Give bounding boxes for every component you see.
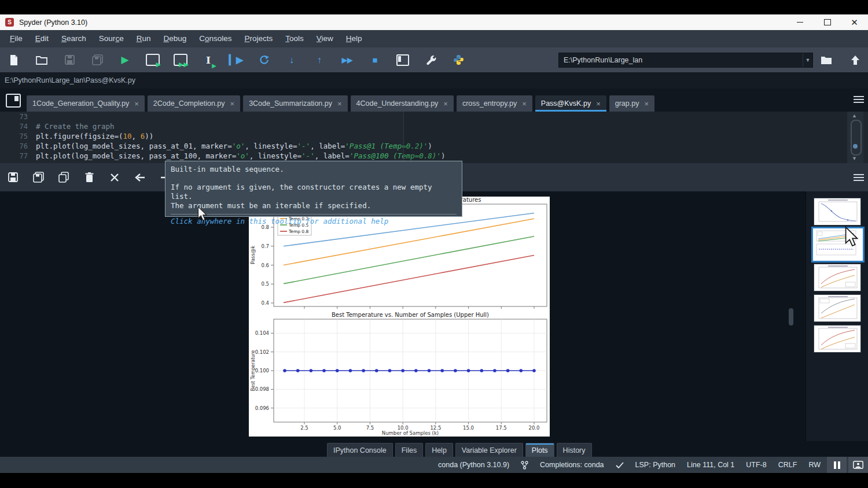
tab-close-icon[interactable]: × <box>134 99 139 108</box>
spyder-logo-icon: S <box>5 18 14 27</box>
editor-tab-2Code_Completion.py[interactable]: 2Code_Completion.py× <box>148 95 240 112</box>
tab-close-icon[interactable]: × <box>522 99 527 108</box>
run-cell-button[interactable]: ▶ <box>143 50 163 70</box>
editor-tab-4Code_Understanding.py[interactable]: 4Code_Understanding.py× <box>351 95 454 112</box>
run-selection-icon: I <box>206 54 211 66</box>
editor-tab-cross_entropy.py[interactable]: cross_entropy.py× <box>457 95 532 112</box>
tab-close-icon[interactable]: × <box>443 99 448 108</box>
browse-tabs-button[interactable] <box>6 94 21 108</box>
encoding-status: UTF-8 <box>746 461 766 469</box>
copy-plot-button[interactable] <box>55 169 72 186</box>
left-arrow-icon <box>135 173 145 182</box>
editor-tab-1Code_Generation_Quality.py[interactable]: 1Code_Generation_Quality.py× <box>27 95 145 112</box>
menu-item-debug[interactable]: Debug <box>157 30 193 47</box>
trash-icon <box>85 172 94 183</box>
calltip-tooltip[interactable]: Built-in mutable sequence. If no argumen… <box>165 161 462 217</box>
plot-thumbnail-5[interactable] <box>814 325 861 353</box>
run-file-button[interactable]: ▶ <box>115 50 135 70</box>
plots-scrollbar-thumb[interactable] <box>789 308 793 326</box>
chevron-down-icon[interactable]: ▼ <box>803 53 812 67</box>
pane-tab-help[interactable]: Help <box>425 443 453 457</box>
plots-options-button[interactable] <box>854 174 864 181</box>
open-file-button[interactable] <box>32 50 52 70</box>
line-number: 77 <box>0 151 36 161</box>
menu-item-run[interactable]: Run <box>130 30 157 47</box>
scroll-down-icon[interactable]: ▼ <box>852 156 857 161</box>
svg-text:0.102: 0.102 <box>255 349 269 355</box>
status-bar: conda (Python 3.10.9) Completions: conda… <box>0 457 868 473</box>
step-return-button[interactable]: ↑ <box>310 50 329 70</box>
tab-close-icon[interactable]: × <box>337 99 342 108</box>
editor-tab-Pass@KvsK.py[interactable]: Pass@KvsK.py× <box>535 95 606 112</box>
run-selection-button[interactable]: I▶ <box>198 50 218 70</box>
scroll-up-icon[interactable]: ▲ <box>852 113 857 119</box>
svg-text:20.0: 20.0 <box>529 425 540 431</box>
check-icon <box>616 462 624 468</box>
save-button[interactable] <box>60 50 79 70</box>
close-button[interactable]: ✕ <box>841 14 868 30</box>
continue-button[interactable]: ▶▶ <box>337 50 357 70</box>
editor-options-button[interactable] <box>854 96 864 103</box>
save-all-plots-icon <box>33 172 44 183</box>
save-plot-button[interactable] <box>4 169 21 186</box>
maximize-button[interactable] <box>814 14 841 30</box>
run-cell-advance-button[interactable]: ▶▶ <box>171 50 190 70</box>
editor-tab-3Code_Summarization.py[interactable]: 3Code_Summarization.py× <box>243 95 347 112</box>
re-run-icon <box>258 55 270 65</box>
step-into-button[interactable]: ↓ <box>282 50 301 70</box>
working-directory-combo[interactable]: E:\PythonRun\Large_lan ▼ <box>558 53 813 68</box>
tooltip-divider <box>171 214 457 215</box>
menu-item-help[interactable]: Help <box>340 30 369 47</box>
editor-tab-grap.py[interactable]: grap.py× <box>609 95 654 112</box>
plot-thumbnail-1[interactable] <box>814 198 861 225</box>
previous-plot-button[interactable] <box>131 169 149 186</box>
save-all-button[interactable] <box>87 50 107 70</box>
plot-thumbnail-4[interactable] <box>814 294 861 322</box>
menu-item-file[interactable]: File <box>3 30 29 47</box>
menu-item-source[interactable]: Source <box>93 30 130 47</box>
new-file-button[interactable] <box>4 50 24 70</box>
parent-directory-button[interactable] <box>846 51 865 69</box>
remove-plot-button[interactable] <box>80 169 98 186</box>
re-run-button[interactable] <box>254 50 274 70</box>
maximize-pane-button[interactable] <box>393 50 413 70</box>
menu-item-consoles[interactable]: Consoles <box>193 30 238 47</box>
pane-tab-files[interactable]: Files <box>395 443 423 457</box>
pane-tab-ipython-console[interactable]: IPython Console <box>327 443 393 457</box>
menu-item-tools[interactable]: Tools <box>279 30 310 47</box>
tooltip-help-link[interactable]: Click anywhere in this tooltip for addit… <box>171 217 457 226</box>
screenshot-button[interactable] <box>848 457 868 473</box>
pane-tab-plots[interactable]: Plots <box>525 443 554 457</box>
pane-tab-variable-explorer[interactable]: Variable Explorer <box>455 443 523 457</box>
plots-figure: Pass@k vs Model Size for Different Tempe… <box>249 197 550 437</box>
pause-button[interactable] <box>827 457 847 473</box>
tab-close-icon[interactable]: × <box>230 99 235 108</box>
completions-status: Completions: conda <box>540 461 604 469</box>
stop-button[interactable]: ■ <box>365 50 385 70</box>
menu-item-view[interactable]: View <box>310 30 340 47</box>
long-line-shading <box>404 112 847 163</box>
svg-text:0.7: 0.7 <box>261 243 269 249</box>
svg-text:5.0: 5.0 <box>333 425 341 431</box>
preferences-button[interactable] <box>421 50 440 70</box>
scrollbar-thumb[interactable] <box>851 120 862 156</box>
minimize-button[interactable] <box>786 14 814 30</box>
remove-all-plots-button[interactable] <box>106 169 123 186</box>
menu-item-projects[interactable]: Projects <box>238 30 279 47</box>
tab-close-icon[interactable]: × <box>644 99 649 108</box>
pythonpath-manager-button[interactable] <box>448 50 468 70</box>
menu-item-edit[interactable]: Edit <box>29 30 55 47</box>
tab-close-icon[interactable]: × <box>596 99 601 108</box>
debug-file-button[interactable]: ▎▶ <box>226 50 246 70</box>
menu-item-search[interactable]: Search <box>55 30 93 47</box>
svg-text:0.4: 0.4 <box>261 300 269 306</box>
window-title: Spyder (Python 3.10) <box>19 19 87 27</box>
editor-scrollbar[interactable]: ▲ ▼ <box>847 112 863 163</box>
plot-thumbnail-3[interactable] <box>814 264 861 291</box>
browse-working-directory-button[interactable] <box>817 51 836 69</box>
svg-text:Best Temperature vs. Number of: Best Temperature vs. Number of Samples (… <box>332 312 489 318</box>
up-arrow-icon <box>851 55 860 65</box>
pane-tab-history[interactable]: History <box>557 443 592 457</box>
run-cell-advance-icon: ▶▶ <box>174 54 187 66</box>
save-all-plots-button[interactable] <box>30 169 47 186</box>
